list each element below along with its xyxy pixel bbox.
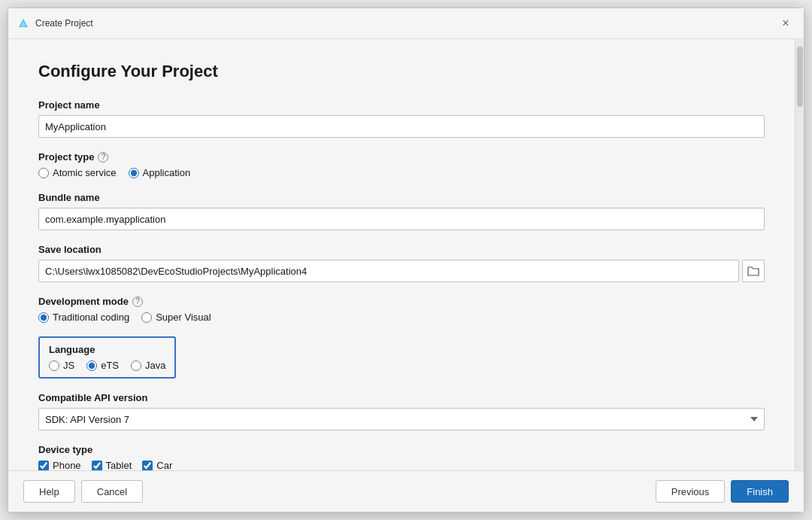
- title-bar-text: Create Project: [35, 18, 777, 29]
- lang-java-radio[interactable]: [131, 360, 141, 371]
- device-tablet-label: Tablet: [106, 460, 132, 470]
- device-phone-checkbox[interactable]: [38, 461, 49, 471]
- traditional-coding-label: Traditional coding: [53, 312, 129, 323]
- atomic-service-label: Atomic service: [53, 167, 117, 178]
- lang-ets-radio[interactable]: [86, 360, 97, 371]
- lang-java-label: Java: [145, 360, 165, 371]
- dialog-footer: Help Cancel Previous Finish: [8, 470, 804, 512]
- dev-mode-radio-group: Traditional coding Super Visual: [38, 312, 765, 323]
- lang-js-radio[interactable]: [49, 360, 59, 371]
- cancel-button[interactable]: Cancel: [81, 480, 143, 503]
- deveco-logo-icon: [17, 17, 29, 29]
- lang-ets-option[interactable]: eTS: [86, 360, 119, 371]
- lang-js-label: JS: [63, 360, 74, 371]
- traditional-coding-radio[interactable]: [38, 312, 49, 323]
- atomic-service-radio[interactable]: [38, 168, 49, 178]
- project-type-radio-group: Atomic service Application: [38, 167, 765, 178]
- bundle-name-input[interactable]: [38, 208, 765, 230]
- title-bar: Create Project ×: [8, 8, 804, 39]
- device-type-checkbox-group: Phone Tablet Car: [38, 460, 765, 470]
- language-box: Language JS eTS Java: [38, 336, 176, 379]
- bundle-name-section: Bundle name: [38, 192, 765, 230]
- save-location-input-group: [38, 260, 765, 282]
- device-tablet-option[interactable]: Tablet: [92, 460, 132, 470]
- device-tablet-checkbox[interactable]: [92, 461, 102, 471]
- atomic-service-option[interactable]: Atomic service: [38, 167, 117, 178]
- device-type-label: Device type: [38, 444, 765, 455]
- device-car-option[interactable]: Car: [142, 460, 172, 470]
- super-visual-label: Super Visual: [156, 312, 211, 323]
- scrollbar-thumb[interactable]: [797, 47, 803, 107]
- folder-icon: [747, 266, 759, 276]
- create-project-dialog: Create Project × Configure Your Project …: [8, 8, 804, 512]
- language-radio-group: JS eTS Java: [49, 360, 165, 371]
- project-name-section: Project name: [38, 99, 765, 138]
- lang-ets-label: eTS: [101, 360, 119, 371]
- compatible-api-section: Compatible API version SDK: API Version …: [38, 392, 765, 430]
- super-visual-radio[interactable]: [141, 312, 152, 323]
- language-section: Language JS eTS Java: [38, 336, 765, 379]
- device-phone-label: Phone: [53, 460, 81, 470]
- super-visual-option[interactable]: Super Visual: [141, 312, 211, 323]
- traditional-coding-option[interactable]: Traditional coding: [38, 312, 129, 323]
- save-location-input[interactable]: [38, 260, 739, 282]
- footer-left-buttons: Help Cancel: [23, 480, 143, 503]
- dev-mode-section: Development mode ? Traditional coding Su…: [38, 296, 765, 323]
- project-type-help-icon[interactable]: ?: [98, 152, 108, 163]
- compatible-api-label: Compatible API version: [38, 392, 765, 403]
- dev-mode-label: Development mode ?: [38, 296, 765, 307]
- save-location-label: Save location: [38, 244, 765, 255]
- language-label: Language: [49, 344, 165, 355]
- lang-java-option[interactable]: Java: [131, 360, 165, 371]
- page-title: Configure Your Project: [38, 62, 765, 81]
- application-label: Application: [143, 167, 191, 178]
- device-car-label: Car: [156, 460, 172, 470]
- main-content: Configure Your Project Project name Proj…: [8, 39, 795, 470]
- content-area: Configure Your Project Project name Proj…: [8, 39, 804, 470]
- help-button[interactable]: Help: [23, 480, 75, 503]
- compatible-api-dropdown[interactable]: SDK: API Version 7 SDK: API Version 8 SD…: [38, 408, 765, 430]
- finish-button[interactable]: Finish: [731, 480, 789, 503]
- project-type-label: Project type ?: [38, 151, 765, 163]
- bundle-name-label: Bundle name: [38, 192, 765, 203]
- previous-button[interactable]: Previous: [656, 480, 726, 503]
- save-location-section: Save location: [38, 244, 765, 282]
- scrollbar-track[interactable]: [795, 39, 804, 470]
- device-type-section: Device type Phone Tablet Car: [38, 444, 765, 470]
- project-type-section: Project type ? Atomic service Applicatio…: [38, 151, 765, 178]
- dev-mode-help-icon[interactable]: ?: [132, 296, 143, 307]
- application-option[interactable]: Application: [129, 167, 191, 178]
- project-name-label: Project name: [38, 99, 765, 111]
- application-radio[interactable]: [129, 168, 139, 178]
- footer-right-buttons: Previous Finish: [656, 480, 789, 503]
- browse-folder-button[interactable]: [742, 260, 765, 282]
- project-name-input[interactable]: [38, 115, 765, 138]
- device-car-checkbox[interactable]: [142, 461, 153, 471]
- close-button[interactable]: ×: [777, 14, 795, 32]
- device-phone-option[interactable]: Phone: [38, 460, 81, 470]
- lang-js-option[interactable]: JS: [49, 360, 74, 371]
